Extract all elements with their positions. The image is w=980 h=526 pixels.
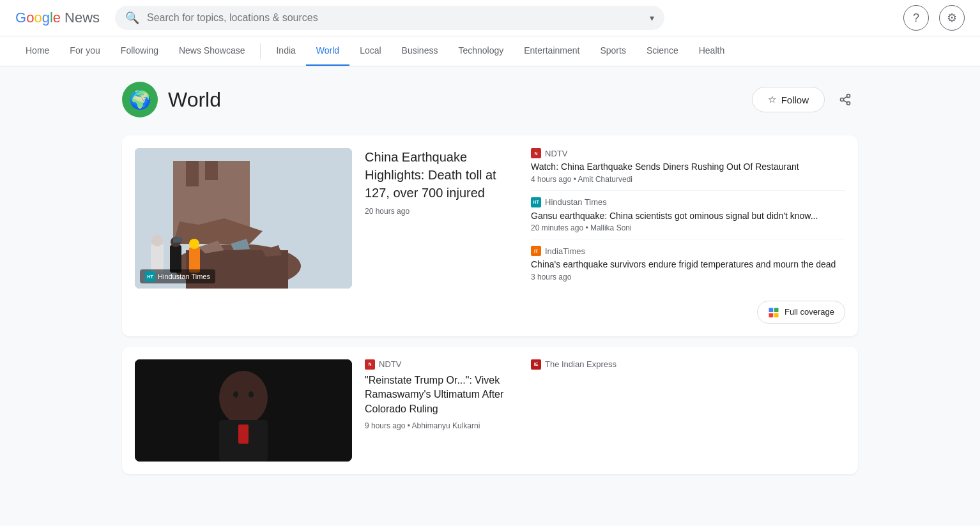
svg-rect-7 [186,161,199,186]
tab-science[interactable]: Science [636,36,689,66]
news-card-1-left: China Earthquake Highlights: Death toll … [365,148,518,324]
header: Google News 🔍 ▾ ? ⚙ [0,0,980,36]
news-card-2: N NDTV "Reinstate Trump Or...": Vivek Ra… [122,347,858,474]
card-2-time: 9 hours ago • Abhimanyu Kulkarni [365,421,518,430]
search-bar[interactable]: 🔍 ▾ [115,6,664,30]
article-meta: 4 hours ago • Amit Chaturvedi [531,175,845,184]
share-button[interactable] [832,87,858,112]
source-ht-favicon: HT [145,271,155,282]
card2-source: N NDTV [365,359,518,370]
article-headline[interactable]: Gansu earthquake: China scientists got o… [531,210,845,223]
svg-rect-22 [769,308,773,312]
tab-news-showcase[interactable]: News Showcase [169,36,256,66]
it-favicon: IT [531,246,541,256]
news-card-1: HT Hindustan Times China Earthquake High… [122,135,858,336]
tab-india[interactable]: India [266,36,305,66]
svg-point-21 [189,239,199,249]
google-news-logo[interactable]: Google News [15,10,100,26]
tab-sports[interactable]: Sports [590,36,636,66]
svg-rect-31 [238,425,249,444]
svg-rect-17 [170,245,181,273]
svg-rect-20 [189,247,200,273]
topic-icon: 🌍 [122,82,158,117]
news-text: News [65,10,100,26]
article-headline[interactable]: Watch: China Earthquake Sends Diners Rus… [531,161,845,174]
article-item: IT IndiaTimes China's earthquake survivo… [531,239,845,288]
search-input[interactable] [147,12,642,24]
source-name-it: IndiaTimes [545,246,585,256]
tab-entertainment[interactable]: Entertainment [514,36,590,66]
card2-source-name: NDTV [379,359,401,369]
svg-point-0 [847,94,850,98]
article-headline[interactable]: China's earthquake survivors endure frig… [531,259,845,271]
ndtv-favicon-2: N [365,359,375,370]
source-name-ndtv: NDTV [545,149,567,158]
card-1-time: 20 hours ago [365,207,518,216]
article-source: IT IndiaTimes [531,246,845,256]
tab-following[interactable]: Following [111,36,169,66]
tab-local[interactable]: Local [349,36,391,66]
svg-point-2 [847,101,850,105]
follow-label: Follow [781,94,809,105]
tab-health[interactable]: Health [689,36,735,66]
article-source: HT Hindustan Times [531,197,845,207]
main-source-label: Hindustan Times [158,273,210,280]
help-button[interactable]: ? [903,5,929,31]
star-icon: ☆ [768,94,776,105]
article-item: N NDTV Watch: China Earthquake Sends Din… [531,148,845,190]
source-name-ie: The Indian Express [545,359,616,369]
svg-rect-24 [769,313,773,317]
share-icon [839,93,852,106]
card-2-headline[interactable]: "Reinstate Trump Or...": Vivek Ramaswamy… [365,373,518,416]
settings-button[interactable]: ⚙ [939,5,965,31]
page-content: 🌍 World ☆ Follow [107,66,873,500]
svg-point-16 [151,235,163,246]
news-card-2-inner: N NDTV "Reinstate Trump Or...": Vivek Ra… [135,359,845,462]
news-card-1-inner: HT Hindustan Times China Earthquake High… [135,148,845,324]
follow-button[interactable]: ☆ Follow [752,87,825,112]
ht-favicon: HT [531,197,541,207]
tab-business[interactable]: Business [392,36,448,66]
news-card-1-image[interactable]: HT Hindustan Times [135,148,352,289]
news-card-2-articles: IE The Indian Express [531,359,845,462]
full-coverage-icon [768,306,779,318]
topic-actions: ☆ Follow [752,87,858,112]
article-item: IE The Indian Express [531,359,845,379]
full-coverage-label: Full coverage [785,307,834,317]
svg-line-4 [843,96,847,98]
header-icons: ? ⚙ [903,5,965,31]
svg-rect-15 [151,244,164,273]
news-card-2-left: N NDTV "Reinstate Trump Or...": Vivek Ra… [365,359,518,462]
nav-divider [260,43,261,59]
full-coverage-button[interactable]: Full coverage [757,301,845,324]
article-source: N NDTV [531,148,845,158]
svg-point-1 [841,98,844,101]
topic-title: World [168,88,221,112]
news-card-1-articles: N NDTV Watch: China Earthquake Sends Din… [531,148,845,324]
article-meta: 20 minutes ago • Mallika Soni [531,223,845,232]
news-card-2-image[interactable] [135,359,352,462]
card-1-headline[interactable]: China Earthquake Highlights: Death toll … [365,148,518,202]
tab-for-you[interactable]: For you [59,36,110,66]
tab-home[interactable]: Home [15,36,59,66]
article-item: HT Hindustan Times Gansu earthquake: Chi… [531,190,845,239]
search-icon: 🔍 [125,11,139,25]
svg-point-29 [233,391,238,398]
svg-rect-25 [774,313,779,317]
ie-favicon: IE [531,359,541,370]
tab-world[interactable]: World [306,36,349,66]
svg-rect-8 [205,161,218,180]
svg-rect-23 [774,308,779,312]
search-dropdown-icon[interactable]: ▾ [650,13,654,23]
svg-point-30 [249,391,254,398]
svg-point-27 [219,371,268,425]
svg-line-3 [843,100,847,102]
svg-rect-19 [173,237,182,243]
nav-tabs: Home For you Following News Showcase Ind… [0,36,980,66]
tab-technology[interactable]: Technology [448,36,514,66]
ndtv-favicon: N [531,148,541,158]
article-meta: 3 hours ago [531,273,845,282]
google-text: Google [15,10,61,26]
article-source: IE The Indian Express [531,359,845,370]
source-name-ht: Hindustan Times [545,197,607,207]
